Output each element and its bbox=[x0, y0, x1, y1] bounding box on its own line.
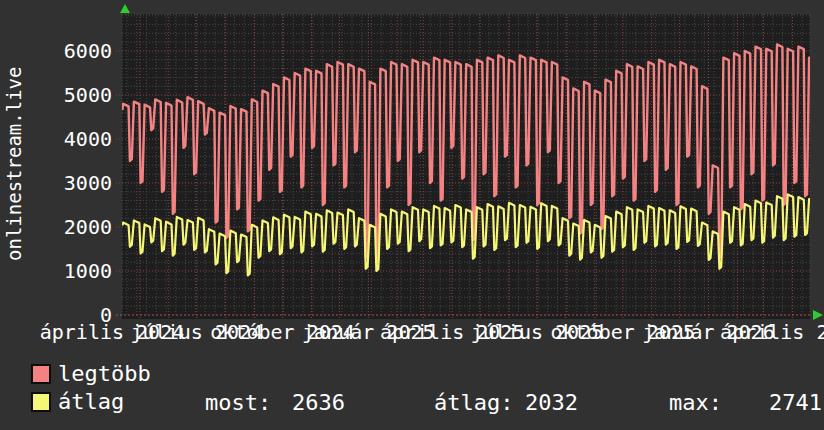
y-axis-arrow-icon bbox=[120, 4, 130, 13]
stat-atlag-label: átlag: bbox=[434, 391, 513, 415]
y-tick-label-3000: 3000 bbox=[34, 172, 112, 194]
y-tick-label-4000: 4000 bbox=[34, 128, 112, 150]
stat-most-label: most: bbox=[205, 391, 271, 415]
legend-swatch-atlag bbox=[31, 392, 51, 412]
legend-swatch-legtobb bbox=[31, 364, 51, 384]
y-tick-label-2000: 2000 bbox=[34, 216, 112, 238]
legend-label-atlag: átlag bbox=[58, 390, 124, 414]
x-tick-label: április 2026 bbox=[720, 320, 824, 344]
legend-label-legtobb: legtöbb bbox=[58, 362, 151, 386]
stat-max-value: 2741 bbox=[769, 391, 822, 415]
y-axis-title: onlinestream.live bbox=[2, 48, 26, 280]
stat-max-label: max: bbox=[669, 391, 722, 415]
x-axis-arrow-icon bbox=[813, 310, 823, 320]
y-tick-label-5000: 5000 bbox=[34, 84, 112, 106]
y-tick-label-6000: 6000 bbox=[34, 40, 112, 62]
rrd-graph: onlinestream.live 0100020003000400050006… bbox=[0, 0, 824, 430]
stat-atlag-value: 2032 bbox=[525, 391, 578, 415]
y-tick-label-1000: 1000 bbox=[34, 260, 112, 282]
stat-most-value: 2636 bbox=[292, 391, 345, 415]
